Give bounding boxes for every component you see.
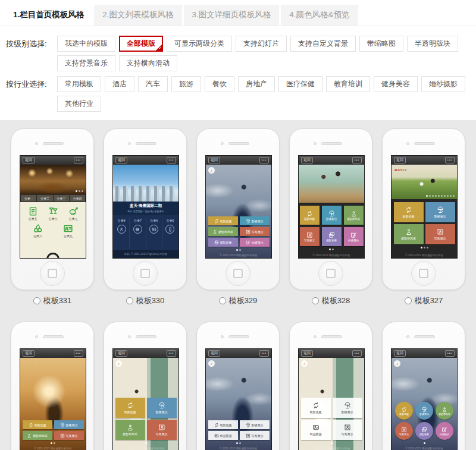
template-name: 模板330 [136,295,165,306]
filter-row-level: 按级别选择: 我选中的模版全部模版可显示两级分类支持幻灯片支持自定义背景带缩略图… [0,36,476,71]
filter-option[interactable]: 房地产 [238,76,275,92]
category-label: 分类九 [64,234,73,238]
home-button[interactable] [411,261,436,286]
phone-screen: 返回•••BAYLI最新优惠影楼展示摄影师风采写真展示© 2001-2013 婚… [391,155,458,259]
filter-option[interactable]: 旅游 [171,76,201,92]
refresh-icon [401,407,407,413]
copyright: © 2001-2013 婚纱摄影版权所有 [392,447,457,450]
camera-icon [221,335,224,338]
template-phone[interactable]: 返回•••分类一分类二分类三分类四分类五分类六分类七分类八分类九 [11,128,94,290]
more-menu-icon: ••• [259,350,269,357]
template-name: 模板331 [43,295,72,306]
filter-option[interactable]: 餐饮 [205,76,234,92]
home-button[interactable] [133,261,158,286]
tab-1[interactable]: 1.栏目首页模板风格 [5,5,92,26]
home-button[interactable] [40,261,65,286]
menu-tile: 写真展示 [300,227,320,246]
category-item: 分类五 [24,206,42,221]
filter-option[interactable]: 其他行业 [57,96,101,112]
pagination-dot [51,442,52,444]
template-phone[interactable]: 返回•••最新优惠影楼展示摄影师风采写真展示© 2001-2013 婚纱摄影版权… [11,322,94,450]
template-caption: 模板331 [33,295,72,306]
template-radio[interactable] [219,297,226,304]
filter-option[interactable]: 婚纱摄影 [421,76,465,92]
hero-image: BAYLI [392,165,457,199]
menu-icon [28,206,38,216]
category-label: 分类八 [33,234,42,238]
nav-columns: 分类8分类7分类6分类5 [113,215,178,250]
photos-icon [214,240,219,245]
pagination-dot [236,249,238,251]
filter-option[interactable]: 支持幻灯片 [236,36,287,52]
filter-industry-options: 常用模板酒店汽车旅游餐饮房地产医疗保健教育培训健身美容婚纱摄影其他行业 [57,76,476,112]
speaker-slot [414,142,435,145]
filter-option[interactable]: 酒店 [105,76,134,92]
globe-icon [135,227,140,232]
template-phone[interactable]: 返回•••♪最新优惠影楼展示样品图册写真展示© 2001-2013 婚纱摄影版权… [289,322,372,450]
filter-option[interactable]: 支持背景音乐 [57,55,115,71]
menu-tile: 影楼展示 [240,216,270,225]
tab-4[interactable]: 4.颜色风格&预览 [281,5,358,26]
category-nav-item: 分类一 [21,195,36,202]
tile-label: 影楼展示 [326,218,337,221]
tile-label: 影楼展示 [342,410,353,414]
template-radio[interactable] [33,297,40,304]
copyright: © 2001-2013 婚纱摄影版权所有 [206,447,271,450]
speaker-slot [414,335,435,338]
filter-option[interactable]: 可显示两级分类 [167,36,232,52]
tile-label: 最新优惠 [124,410,136,414]
filter-option[interactable]: 半透明版块 [407,36,458,52]
template-phone[interactable]: 返回•••♪最新优惠影楼展示样品图册写真展示© 2001-2013 婚纱摄影版权… [196,322,280,450]
tile-label: 拍摄预约 [348,239,359,242]
template-cell: 返回•••分类一分类二分类三分类四分类五分类六分类七分类八分类九模板331 [6,128,99,306]
template-name: 模板329 [229,295,258,306]
template-name: 模板327 [415,295,443,306]
home-button[interactable] [318,261,343,286]
pagination-dot [331,442,333,444]
template-radio[interactable] [126,297,133,304]
tab-3[interactable]: 3.图文详细页模板风格 [184,5,280,26]
hero-image [113,165,178,202]
home-button[interactable] [226,261,250,286]
tile-menu: 最新优惠影楼展示摄影师风采写真展示 [21,420,85,440]
phone-screen-header: 返回••• [20,156,86,165]
phone-screen-header: 返回••• [299,349,364,358]
template-radio[interactable] [312,297,319,304]
pagination-dots [421,247,428,248]
filter-option[interactable]: 汽车 [138,76,168,92]
filter-option[interactable]: 医疗保健 [278,76,322,92]
speaker-slot [136,335,156,338]
template-phone[interactable]: 返回•••♪最新优惠影楼展示摄影师风采写真展示摄影套餐拍摄预约© 2001-20… [196,128,280,290]
filter-option[interactable]: 我选中的模版 [57,36,115,52]
filter-option[interactable]: 常用模板 [57,76,101,92]
pagination-dot [332,248,334,250]
tile-menu-zone: 最新优惠影楼展示摄影师风采写真展示摄影套餐拍摄预约 [392,402,457,444]
category-label: 分类五 [29,217,37,221]
menu-tile: 写真展示 [333,420,362,440]
pagination-dot [447,195,449,197]
tab-bar: 1.栏目首页模板风格2.图文列表模板风格3.图文详细页模板风格4.颜色风格&预览 [0,0,476,26]
filter-option[interactable]: 支持自定义背景 [290,36,356,52]
tab-2[interactable]: 2.图文列表模板风格 [94,5,181,26]
filter-option[interactable]: 全部模版 [119,36,163,52]
tile-label: 样品图册 [220,434,232,438]
more-menu-icon: ••• [167,157,176,163]
pagination-dot [236,442,238,444]
tile-label: 摄影师风采 [439,413,450,416]
filter-option[interactable]: 支持横向滑动 [119,55,177,71]
back-button: 返回 [115,157,127,163]
template-phone[interactable]: 返回•••♪最新优惠影楼展示摄影师风采写真展示© 2001-2013 婚纱摄影版… [104,322,187,450]
template-phone[interactable]: 返回•••BAYLI最新优惠影楼展示摄影师风采写真展示© 2001-2013 婚… [382,128,465,290]
stamp-icon [344,424,351,431]
more-menu-icon: ••• [259,157,269,163]
menu-tile: 最新优惠 [115,398,145,418]
template-radio[interactable] [405,297,412,304]
template-phone[interactable]: 返回•••蓝天·海景国际二期蓝天·海景国际二期全城火热预售中分类8分类7分类6分… [104,128,187,290]
template-phone[interactable]: 返回•••最新优惠影楼展示摄影师风采写真展示摄影套餐拍摄预约© 2001-201… [289,128,372,290]
filter-option[interactable]: 教育培训 [326,76,370,92]
filter-option[interactable]: 健身美容 [374,76,418,92]
filter-option[interactable]: 带缩略图 [359,36,403,52]
template-phone[interactable]: 返回•••♪最新优惠影楼展示摄影师风采写真展示摄影套餐拍摄预约© 2001-20… [382,322,465,450]
studio-light-icon [437,206,444,213]
category-grid: 分类五分类六分类七分类八分类九 [20,202,86,258]
